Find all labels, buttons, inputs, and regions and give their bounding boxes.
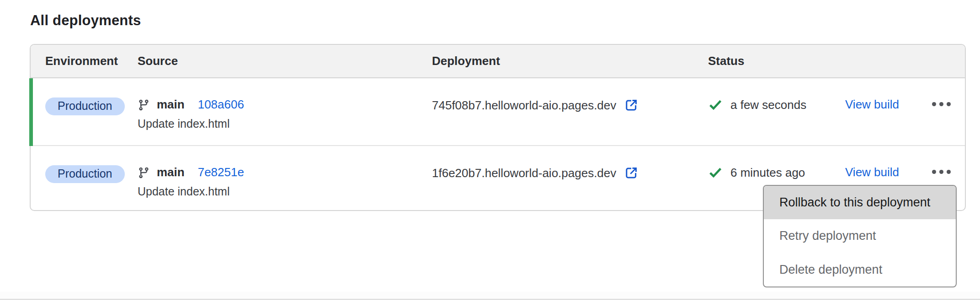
commit-hash-link[interactable]: 7e8251e [198, 165, 244, 179]
table-header-row: Environment Source Deployment Status [31, 45, 965, 78]
column-header-environment: Environment [31, 54, 138, 68]
commit-message: Update index.html [138, 185, 432, 198]
git-branch-icon [138, 99, 150, 111]
column-header-status: Status [708, 54, 845, 68]
column-header-source: Source [138, 54, 432, 68]
status-text: a few seconds [730, 98, 806, 112]
menu-item-delete[interactable]: Delete deployment [764, 253, 956, 287]
deployment-url: 1f6e20b7.helloworld-aio.pages.dev [432, 166, 616, 180]
deployment-url: 745f08b7.helloworld-aio.pages.dev [432, 98, 616, 113]
page-title: All deployments [30, 12, 141, 29]
external-link-icon[interactable] [623, 165, 639, 181]
commit-hash-link[interactable]: 108a606 [198, 97, 244, 112]
deployments-page: All deployments Environment Source Deplo… [0, 0, 980, 303]
check-icon [708, 165, 723, 180]
git-branch-icon [138, 167, 150, 179]
page-bottom-divider [0, 299, 980, 300]
external-link-icon[interactable] [623, 97, 639, 113]
table-row: Production main 108a606 Update index.htm… [31, 78, 965, 146]
environment-badge: Production [45, 165, 125, 183]
row-actions-button[interactable] [932, 96, 959, 112]
column-header-deployment: Deployment [432, 54, 708, 68]
menu-item-retry[interactable]: Retry deployment [764, 219, 956, 253]
environment-badge: Production [45, 97, 125, 115]
branch-name: main [157, 165, 185, 179]
view-build-link[interactable]: View build [845, 165, 899, 179]
row-actions-menu: Rollback to this deployment Retry deploy… [763, 185, 957, 287]
check-icon [708, 97, 723, 112]
view-build-link[interactable]: View build [845, 97, 899, 111]
commit-message: Update index.html [138, 117, 432, 130]
branch-name: main [157, 97, 185, 112]
status-text: 6 minutes ago [730, 166, 805, 180]
current-deployment-indicator [29, 78, 33, 146]
page-bottom-band [0, 292, 980, 299]
menu-item-rollback[interactable]: Rollback to this deployment [764, 186, 956, 219]
row-actions-button[interactable] [932, 163, 959, 180]
